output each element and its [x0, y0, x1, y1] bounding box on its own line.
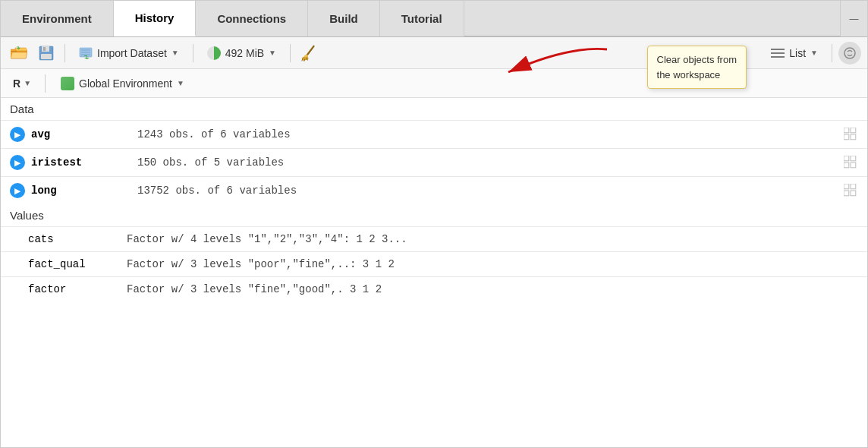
- minimize-icon: —: [850, 14, 859, 24]
- svg-rect-35: [844, 191, 849, 196]
- toolbar: Import Dataset ▼ 492 MiB ▼: [1, 37, 867, 69]
- values-section-header: Values: [1, 204, 867, 226]
- grid-view-icon-avg[interactable]: [843, 127, 858, 142]
- table-row[interactable]: ▶ avg 1243 obs. of 6 variables: [1, 120, 867, 148]
- svg-marker-3: [15, 48, 27, 51]
- sub-toolbar-divider: [45, 74, 46, 93]
- save-icon: [39, 46, 54, 61]
- import-dataset-label: Import Dataset: [97, 47, 167, 59]
- clear-workspace-button[interactable]: [297, 42, 322, 65]
- tab-bar: Environment History Connections Build Tu…: [1, 1, 867, 37]
- svg-marker-2: [11, 52, 27, 58]
- data-row-icon-iristest: ▶: [10, 155, 25, 170]
- memory-chevron-icon: ▼: [269, 49, 276, 57]
- variable-name-avg: avg: [31, 128, 137, 140]
- svg-rect-27: [844, 134, 849, 140]
- import-dataset-button[interactable]: Import Dataset ▼: [71, 44, 187, 62]
- toolbar-divider-3: [290, 44, 291, 62]
- svg-rect-33: [844, 184, 849, 189]
- variable-name-iristest: iristest: [31, 156, 137, 169]
- svg-rect-34: [851, 184, 856, 189]
- variable-name-factor: factor: [28, 283, 127, 295]
- data-row-icon-long: ▶: [10, 183, 25, 198]
- list-chevron-icon: ▼: [810, 49, 818, 57]
- import-chevron-icon: ▼: [171, 49, 179, 57]
- environment-panel: Environment History Connections Build Tu…: [0, 0, 868, 448]
- svg-rect-28: [851, 134, 856, 140]
- toolbar-divider-4: [832, 44, 832, 62]
- open-folder-button[interactable]: [7, 42, 31, 65]
- list-item[interactable]: fact_qual Factor w/ 3 levels "poor","fin…: [1, 251, 867, 276]
- list-item[interactable]: factor Factor w/ 3 levels "fine","good",…: [1, 276, 867, 301]
- list-icon: [771, 48, 785, 58]
- open-folder-icon: [11, 46, 27, 60]
- variable-desc-long: 13752 obs. of 6 variables: [137, 185, 837, 197]
- grid-view-icon-iristest[interactable]: [843, 155, 858, 170]
- scroll-button[interactable]: [838, 42, 861, 65]
- variable-desc-factor: Factor w/ 3 levels "fine","good",. 3 1 2: [127, 283, 382, 295]
- import-dataset-icon: [79, 47, 93, 59]
- svg-point-24: [844, 48, 855, 58]
- environment-content: Data ▶ avg 1243 obs. of 6 variables ▶ ir…: [1, 98, 867, 447]
- svg-rect-30: [851, 156, 856, 161]
- global-environment-button[interactable]: Global Environment ▼: [53, 74, 192, 93]
- tab-build[interactable]: Build: [308, 1, 380, 36]
- environment-icon: [61, 77, 74, 90]
- svg-rect-36: [851, 191, 856, 196]
- broom-icon: [301, 45, 318, 62]
- list-view-button[interactable]: List ▼: [763, 44, 826, 62]
- tab-spacer: [464, 1, 840, 36]
- tab-environment[interactable]: Environment: [1, 1, 114, 36]
- table-row[interactable]: ▶ long 13752 obs. of 6 variables: [1, 176, 867, 204]
- data-row-icon-avg: ▶: [10, 127, 25, 142]
- variable-name-long: long: [31, 185, 137, 197]
- r-language-button[interactable]: R ▼: [7, 75, 37, 92]
- sub-toolbar: R ▼ Global Environment ▼: [1, 69, 867, 98]
- variable-name-cats: cats: [28, 233, 127, 245]
- save-button[interactable]: [34, 42, 58, 65]
- svg-rect-32: [851, 162, 856, 168]
- svg-rect-25: [844, 128, 849, 133]
- env-chevron-icon: ▼: [177, 79, 184, 87]
- minimize-button[interactable]: —: [840, 1, 867, 36]
- svg-rect-7: [43, 47, 46, 51]
- scroll-icon: [844, 47, 856, 59]
- variable-desc-iristest: 150 obs. of 5 variables: [137, 156, 837, 169]
- toolbar-right: List ▼: [763, 42, 861, 65]
- toolbar-divider-2: [193, 44, 193, 62]
- r-chevron-icon: ▼: [24, 79, 31, 87]
- tab-history[interactable]: History: [114, 1, 197, 36]
- svg-rect-1: [11, 51, 17, 52]
- toolbar-divider-1: [64, 44, 65, 62]
- memory-button[interactable]: 492 MiB ▼: [200, 43, 284, 63]
- global-environment-label: Global Environment: [79, 77, 172, 90]
- r-language-label: R: [13, 77, 20, 90]
- list-item[interactable]: cats Factor w/ 4 levels "1","2","3","4":…: [1, 226, 867, 251]
- list-label: List: [789, 47, 806, 59]
- svg-rect-29: [844, 156, 849, 161]
- variable-name-fact-qual: fact_qual: [28, 258, 127, 270]
- variable-desc-fact-qual: Factor w/ 3 levels "poor","fine",..: 3 1…: [127, 258, 395, 270]
- tab-tutorial[interactable]: Tutorial: [380, 1, 464, 36]
- memory-label: 492 MiB: [225, 47, 264, 59]
- svg-rect-31: [844, 162, 849, 168]
- memory-circle-icon: [207, 46, 221, 60]
- svg-rect-26: [851, 128, 856, 133]
- data-section-header: Data: [1, 98, 867, 120]
- grid-view-icon-long[interactable]: [843, 183, 858, 198]
- variable-desc-cats: Factor w/ 4 levels "1","2","3","4": 1 2 …: [127, 233, 407, 245]
- variable-desc-avg: 1243 obs. of 6 variables: [137, 128, 837, 140]
- tab-connections[interactable]: Connections: [196, 1, 308, 36]
- svg-rect-8: [41, 54, 52, 59]
- table-row[interactable]: ▶ iristest 150 obs. of 5 variables: [1, 148, 867, 176]
